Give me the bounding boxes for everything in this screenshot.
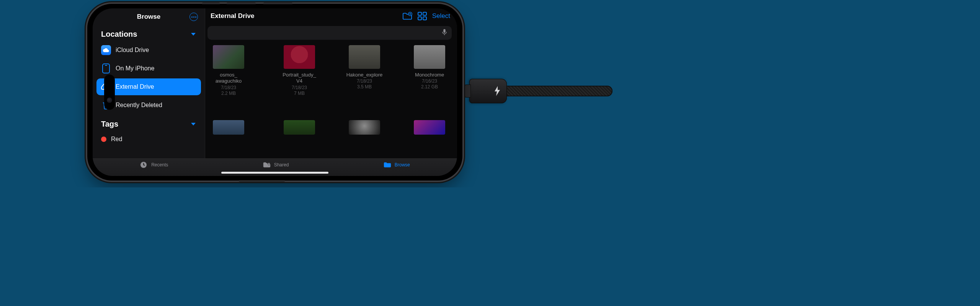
- iphone-frame: Browse Locations iCloud Drive On My iPho…: [87, 4, 462, 181]
- file-name: osmos_awaguchiko: [216, 72, 242, 85]
- view-grid-button[interactable]: [418, 12, 427, 20]
- svg-rect-4: [423, 12, 426, 15]
- folder-icon: [383, 161, 392, 168]
- file-date: 7/18/23: [221, 85, 236, 90]
- tab-label: Browse: [395, 162, 410, 168]
- file-item[interactable]: Portrait_study_V4 7/18/23 7 MB: [272, 45, 327, 116]
- clock-icon: [140, 161, 148, 168]
- file-size: 2.2 MB: [221, 91, 236, 96]
- sidebar-item-label: iCloud Drive: [116, 47, 149, 54]
- file-thumb: [349, 45, 380, 69]
- svg-rect-5: [418, 17, 421, 20]
- tab-browse[interactable]: Browse: [383, 161, 410, 168]
- file-thumb: [414, 45, 445, 69]
- phone-button-silent: [202, 2, 220, 4]
- file-thumb: [284, 45, 315, 69]
- file-size: 3.5 MB: [357, 84, 372, 90]
- sidebar-item-label: External Drive: [116, 83, 154, 90]
- file-item[interactable]: [337, 120, 392, 158]
- cloud-icon: [101, 45, 111, 55]
- phone-button-power: [239, 180, 285, 182]
- sidebar-item-label: Recently Deleted: [116, 102, 162, 109]
- tab-shared[interactable]: Shared: [263, 161, 289, 168]
- tab-label: Recents: [151, 162, 168, 168]
- thunderbolt-icon: [494, 86, 501, 96]
- page-title: External Drive: [211, 12, 254, 20]
- file-thumb: [213, 45, 244, 69]
- file-item[interactable]: [402, 120, 457, 158]
- usb-connector: [469, 79, 507, 103]
- sidebar-item-onmyiphone[interactable]: On My iPhone: [96, 60, 201, 77]
- tab-recents[interactable]: Recents: [140, 161, 168, 168]
- file-thumb: [213, 120, 244, 135]
- file-date: 7/18/23: [357, 78, 372, 84]
- section-locations-header[interactable]: Locations: [93, 24, 205, 41]
- search-field[interactable]: [207, 26, 452, 40]
- dynamic-island: [104, 75, 115, 110]
- main-header: External Drive Select: [205, 8, 457, 24]
- file-item[interactable]: [272, 120, 327, 158]
- main-pane: External Drive Select osmos_awaguchi: [205, 8, 457, 158]
- file-size: 2.12 GB: [421, 84, 438, 90]
- phone-icon: [102, 63, 110, 73]
- svg-rect-7: [443, 29, 445, 33]
- file-thumb: [284, 120, 315, 135]
- file-item[interactable]: osmos_awaguchiko 7/18/23 2.2 MB: [195, 45, 262, 116]
- usb-cable: [501, 86, 612, 96]
- file-thumb: [414, 120, 445, 135]
- sidebar-title: Browse: [137, 13, 160, 21]
- screen: Browse Locations iCloud Drive On My iPho…: [93, 8, 457, 176]
- file-date: 7/16/23: [422, 78, 437, 84]
- more-options-button[interactable]: [189, 13, 198, 21]
- file-size: 7 MB: [294, 91, 305, 96]
- section-tags-header[interactable]: Tags: [93, 114, 205, 131]
- file-grid: osmos_awaguchiko 7/18/23 2.2 MB Portrait…: [205, 43, 457, 158]
- sidebar-tag-red[interactable]: Red: [96, 132, 201, 147]
- tab-label: Shared: [274, 162, 289, 168]
- file-name: Portrait_study_V4: [283, 72, 316, 85]
- phone-button-vol-down: [263, 2, 292, 4]
- new-folder-button[interactable]: [402, 12, 412, 20]
- section-title: Locations: [101, 30, 137, 39]
- file-item[interactable]: [195, 120, 262, 158]
- file-item[interactable]: Hakone_explore 7/18/23 3.5 MB: [337, 45, 392, 116]
- file-thumb: [349, 120, 380, 135]
- home-indicator[interactable]: [221, 172, 328, 174]
- usb-plug: [465, 85, 471, 98]
- svg-rect-6: [423, 17, 426, 20]
- file-date: 7/18/23: [292, 85, 307, 90]
- sidebar-item-icloud[interactable]: iCloud Drive: [96, 42, 201, 59]
- select-button[interactable]: Select: [432, 12, 450, 20]
- sidebar-item-label: On My iPhone: [116, 65, 154, 72]
- file-name: Monochrome: [415, 72, 444, 78]
- tag-dot-icon: [101, 137, 106, 142]
- sidebar-header: Browse: [93, 9, 205, 24]
- shared-folder-icon: [263, 161, 271, 168]
- chevron-down-icon: [191, 33, 196, 36]
- microphone-icon[interactable]: [442, 29, 447, 37]
- file-name: Hakone_explore: [346, 72, 383, 78]
- section-title: Tags: [101, 120, 118, 129]
- sidebar-item-label: Red: [111, 136, 122, 143]
- svg-rect-3: [418, 12, 421, 15]
- phone-button-vol-up: [227, 2, 256, 4]
- file-item[interactable]: Monochrome 7/16/23 2.12 GB: [402, 45, 457, 116]
